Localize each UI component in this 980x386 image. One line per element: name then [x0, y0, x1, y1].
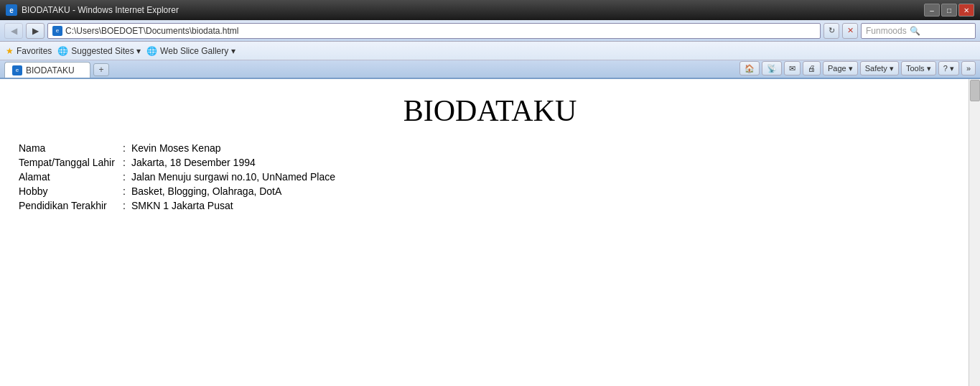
- tab-icon: e: [12, 65, 22, 75]
- maximize-button[interactable]: □: [941, 4, 957, 17]
- mail-button[interactable]: ✉: [784, 61, 801, 75]
- tab-bar-right: 🏠 📡 ✉ 🖨 Page ▾ Safety ▾ Tools ▾ ? ▾ »: [739, 61, 976, 78]
- suggested-icon: 🌐: [57, 46, 68, 56]
- scrollbar[interactable]: [969, 79, 980, 386]
- content-area: BIODATAKU Nama : Kevin Moses Kenap Tempa…: [0, 79, 980, 386]
- help-button[interactable]: ? ▾: [938, 61, 959, 75]
- web-slice-gallery-button[interactable]: 🌐 Web Slice Gallery ▾: [146, 46, 235, 56]
- bio-value: Basket, Blogging, Olahraga, DotA: [131, 185, 281, 197]
- bio-table: Nama : Kevin Moses Kenap Tempat/Tanggal …: [19, 142, 969, 211]
- active-tab[interactable]: e BIODATAKU: [4, 62, 90, 78]
- tools-button[interactable]: Tools ▾: [901, 61, 936, 75]
- refresh-button[interactable]: ↻: [823, 23, 839, 39]
- address-bar[interactable]: e C:\Users\BOEDOET\Documents\biodata.htm…: [47, 23, 821, 39]
- bio-colon: :: [123, 157, 131, 168]
- bio-row: Pendidikan Terakhir : SMKN 1 Jakarta Pus…: [19, 200, 969, 211]
- favorites-label: Favorites: [17, 46, 52, 56]
- bio-row: Alamat : Jalan Menuju surgawi no.10, UnN…: [19, 171, 969, 183]
- bio-colon: :: [123, 200, 131, 211]
- bio-label: Tempat/Tanggal Lahir: [19, 157, 123, 168]
- title-bar-text: BIODATAKU - Windows Internet Explorer: [22, 5, 179, 15]
- search-icon: 🔍: [910, 26, 920, 36]
- bio-colon: :: [123, 185, 131, 197]
- web-slice-gallery-label: Web Slice Gallery ▾: [160, 46, 235, 56]
- web-slice-icon: 🌐: [146, 46, 157, 56]
- bio-value: Kevin Moses Kenap: [131, 142, 221, 154]
- home-icon-button[interactable]: 🏠: [739, 61, 760, 75]
- back-button[interactable]: ◀: [4, 23, 23, 39]
- print-button[interactable]: 🖨: [803, 61, 821, 75]
- forward-button[interactable]: ▶: [26, 23, 45, 39]
- minimize-button[interactable]: –: [924, 4, 940, 17]
- bio-value: Jakarta, 18 Desember 1994: [131, 157, 256, 168]
- ie-icon: e: [6, 4, 17, 16]
- nav-bar: ◀ ▶ e C:\Users\BOEDOET\Documents\biodata…: [0, 20, 980, 42]
- tab-label: BIODATAKU: [26, 65, 75, 75]
- favorites-bar: ★ Favorites 🌐 Suggested Sites ▾ 🌐 Web Sl…: [0, 42, 980, 60]
- scrollbar-thumb[interactable]: [970, 80, 980, 101]
- page-title: BIODATAKU: [11, 93, 969, 128]
- page-button[interactable]: Page ▾: [823, 61, 858, 75]
- bio-colon: :: [123, 171, 131, 183]
- bio-label: Alamat: [19, 171, 123, 183]
- bio-value: Jalan Menuju surgawi no.10, UnNamed Plac…: [131, 171, 335, 183]
- bio-row: Hobby : Basket, Blogging, Olahraga, DotA: [19, 185, 969, 197]
- safety-button[interactable]: Safety ▾: [860, 61, 899, 75]
- bio-label: Pendidikan Terakhir: [19, 200, 123, 211]
- search-bar[interactable]: Funmoods 🔍: [861, 23, 976, 39]
- suggested-sites-label: Suggested Sites ▾: [71, 46, 141, 56]
- close-button[interactable]: ✕: [958, 4, 974, 17]
- title-bar-controls: – □ ✕: [924, 4, 974, 17]
- favorites-button[interactable]: ★ Favorites: [6, 46, 52, 56]
- tab-bar: e BIODATAKU + 🏠 📡 ✉ 🖨 Page ▾ Safety ▾ To…: [0, 60, 980, 79]
- search-placeholder: Funmoods: [866, 26, 907, 36]
- bio-colon: :: [123, 142, 131, 154]
- more-button[interactable]: »: [961, 61, 976, 75]
- bio-label: Nama: [19, 142, 123, 154]
- bio-row: Tempat/Tanggal Lahir : Jakarta, 18 Desem…: [19, 157, 969, 168]
- suggested-sites-button[interactable]: 🌐 Suggested Sites ▾: [57, 46, 141, 56]
- bio-label: Hobby: [19, 185, 123, 197]
- title-bar: e BIODATAKU - Windows Internet Explorer …: [0, 0, 980, 20]
- bio-value: SMKN 1 Jakarta Pusat: [131, 200, 233, 211]
- address-text: C:\Users\BOEDOET\Documents\biodata.html: [65, 26, 816, 36]
- address-icon: e: [52, 26, 62, 36]
- title-bar-left: e BIODATAKU - Windows Internet Explorer: [6, 4, 179, 16]
- feeds-button[interactable]: 📡: [762, 61, 782, 75]
- new-tab-button[interactable]: +: [93, 63, 109, 76]
- star-icon: ★: [6, 46, 14, 56]
- bio-row: Nama : Kevin Moses Kenap: [19, 142, 969, 154]
- stop-button[interactable]: ✕: [842, 23, 858, 39]
